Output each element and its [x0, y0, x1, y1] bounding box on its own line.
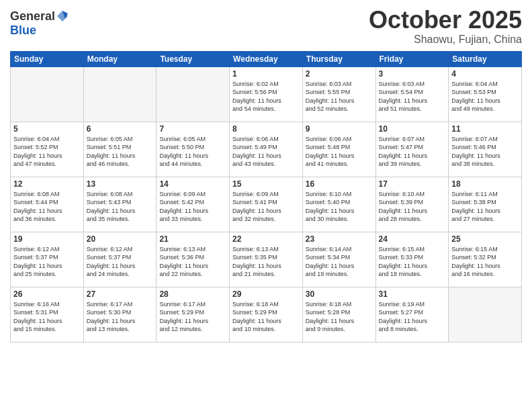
calendar-cell: 7Sunrise: 6:05 AM Sunset: 5:50 PM Daylig… — [157, 122, 230, 177]
weekday-header-saturday: Saturday — [449, 51, 522, 66]
calendar-cell: 9Sunrise: 6:06 AM Sunset: 5:48 PM Daylig… — [302, 122, 375, 177]
day-info: Sunrise: 6:12 AM Sunset: 5:37 PM Dayligh… — [13, 245, 81, 279]
day-info: Sunrise: 6:04 AM Sunset: 5:52 PM Dayligh… — [13, 135, 81, 169]
day-info: Sunrise: 6:06 AM Sunset: 5:49 PM Dayligh… — [232, 135, 300, 169]
calendar-cell: 28Sunrise: 6:17 AM Sunset: 5:29 PM Dayli… — [157, 287, 230, 342]
calendar-cell: 31Sunrise: 6:19 AM Sunset: 5:27 PM Dayli… — [375, 287, 449, 342]
calendar-cell: 14Sunrise: 6:09 AM Sunset: 5:42 PM Dayli… — [157, 177, 230, 232]
day-number: 8 — [232, 124, 300, 134]
calendar-cell: 27Sunrise: 6:17 AM Sunset: 5:30 PM Dayli… — [83, 287, 157, 342]
day-info: Sunrise: 6:15 AM Sunset: 5:32 PM Dayligh… — [451, 245, 519, 279]
month-title: October 2025 — [369, 7, 522, 34]
calendar-cell: 13Sunrise: 6:08 AM Sunset: 5:43 PM Dayli… — [83, 177, 157, 232]
day-number: 25 — [451, 234, 519, 244]
calendar-cell — [449, 287, 522, 342]
day-number: 24 — [379, 234, 446, 244]
calendar-cell: 16Sunrise: 6:10 AM Sunset: 5:40 PM Dayli… — [302, 177, 375, 232]
day-number: 14 — [159, 179, 226, 189]
calendar-cell: 24Sunrise: 6:15 AM Sunset: 5:33 PM Dayli… — [375, 232, 449, 287]
day-number: 23 — [306, 234, 373, 244]
calendar-cell — [157, 66, 230, 122]
day-info: Sunrise: 6:10 AM Sunset: 5:39 PM Dayligh… — [379, 190, 446, 224]
calendar-cell: 15Sunrise: 6:09 AM Sunset: 5:41 PM Dayli… — [230, 177, 303, 232]
day-number: 13 — [87, 179, 154, 189]
header: General Blue October 2025 Shaowu, Fujian… — [10, 7, 522, 46]
day-number: 19 — [13, 234, 81, 244]
calendar-week-4: 26Sunrise: 6:16 AM Sunset: 5:31 PM Dayli… — [11, 287, 522, 342]
calendar-cell: 25Sunrise: 6:15 AM Sunset: 5:32 PM Dayli… — [449, 232, 522, 287]
day-info: Sunrise: 6:17 AM Sunset: 5:29 PM Dayligh… — [159, 300, 226, 334]
day-number: 5 — [13, 124, 81, 134]
day-info: Sunrise: 6:10 AM Sunset: 5:40 PM Dayligh… — [306, 190, 373, 224]
day-number: 27 — [87, 289, 154, 299]
day-info: Sunrise: 6:08 AM Sunset: 5:43 PM Dayligh… — [87, 190, 154, 224]
day-number: 11 — [451, 124, 519, 134]
calendar-week-1: 5Sunrise: 6:04 AM Sunset: 5:52 PM Daylig… — [11, 122, 522, 177]
day-number: 30 — [306, 289, 373, 299]
day-number: 21 — [159, 234, 226, 244]
day-info: Sunrise: 6:13 AM Sunset: 5:36 PM Dayligh… — [159, 245, 226, 279]
calendar-week-3: 19Sunrise: 6:12 AM Sunset: 5:37 PM Dayli… — [11, 232, 522, 287]
calendar-cell: 5Sunrise: 6:04 AM Sunset: 5:52 PM Daylig… — [11, 122, 84, 177]
calendar-cell — [83, 66, 157, 122]
calendar-cell: 18Sunrise: 6:11 AM Sunset: 5:38 PM Dayli… — [449, 177, 522, 232]
calendar-cell: 19Sunrise: 6:12 AM Sunset: 5:37 PM Dayli… — [11, 232, 84, 287]
day-number: 9 — [306, 124, 373, 134]
day-number: 20 — [87, 234, 154, 244]
calendar-cell: 26Sunrise: 6:16 AM Sunset: 5:31 PM Dayli… — [11, 287, 84, 342]
weekday-header-sunday: Sunday — [11, 51, 84, 66]
day-info: Sunrise: 6:09 AM Sunset: 5:41 PM Dayligh… — [232, 190, 300, 224]
calendar-cell: 30Sunrise: 6:18 AM Sunset: 5:28 PM Dayli… — [302, 287, 375, 342]
calendar-cell: 8Sunrise: 6:06 AM Sunset: 5:49 PM Daylig… — [230, 122, 303, 177]
day-info: Sunrise: 6:08 AM Sunset: 5:44 PM Dayligh… — [13, 190, 81, 224]
calendar-cell: 2Sunrise: 6:03 AM Sunset: 5:55 PM Daylig… — [302, 66, 375, 122]
day-number: 10 — [379, 124, 446, 134]
day-info: Sunrise: 6:11 AM Sunset: 5:38 PM Dayligh… — [451, 190, 519, 224]
day-number: 31 — [379, 289, 446, 299]
title-block: October 2025 Shaowu, Fujian, China — [369, 7, 522, 46]
weekday-header-tuesday: Tuesday — [157, 51, 230, 66]
day-number: 6 — [87, 124, 154, 134]
day-info: Sunrise: 6:07 AM Sunset: 5:46 PM Dayligh… — [451, 135, 519, 169]
weekday-header-wednesday: Wednesday — [230, 51, 303, 66]
calendar-week-0: 1Sunrise: 6:02 AM Sunset: 5:56 PM Daylig… — [11, 66, 522, 122]
day-number: 3 — [379, 69, 446, 79]
day-number: 28 — [159, 289, 226, 299]
day-info: Sunrise: 6:19 AM Sunset: 5:27 PM Dayligh… — [379, 300, 446, 334]
day-info: Sunrise: 6:02 AM Sunset: 5:56 PM Dayligh… — [232, 80, 300, 113]
day-number: 29 — [232, 289, 300, 299]
day-number: 16 — [306, 179, 373, 189]
calendar-week-2: 12Sunrise: 6:08 AM Sunset: 5:44 PM Dayli… — [11, 177, 522, 232]
calendar-cell: 23Sunrise: 6:14 AM Sunset: 5:34 PM Dayli… — [302, 232, 375, 287]
calendar-cell: 1Sunrise: 6:02 AM Sunset: 5:56 PM Daylig… — [230, 66, 303, 122]
weekday-header-friday: Friday — [375, 51, 449, 66]
day-info: Sunrise: 6:04 AM Sunset: 5:53 PM Dayligh… — [451, 80, 519, 113]
day-info: Sunrise: 6:18 AM Sunset: 5:29 PM Dayligh… — [232, 300, 300, 334]
calendar-cell: 29Sunrise: 6:18 AM Sunset: 5:29 PM Dayli… — [230, 287, 303, 342]
day-number: 12 — [13, 179, 81, 189]
calendar-cell: 12Sunrise: 6:08 AM Sunset: 5:44 PM Dayli… — [11, 177, 84, 232]
logo-icon — [56, 9, 69, 23]
day-info: Sunrise: 6:17 AM Sunset: 5:30 PM Dayligh… — [87, 300, 154, 334]
calendar-cell: 17Sunrise: 6:10 AM Sunset: 5:39 PM Dayli… — [375, 177, 449, 232]
calendar-cell: 10Sunrise: 6:07 AM Sunset: 5:47 PM Dayli… — [375, 122, 449, 177]
day-info: Sunrise: 6:06 AM Sunset: 5:48 PM Dayligh… — [306, 135, 373, 169]
day-info: Sunrise: 6:13 AM Sunset: 5:35 PM Dayligh… — [232, 245, 300, 279]
day-number: 17 — [379, 179, 446, 189]
day-info: Sunrise: 6:18 AM Sunset: 5:28 PM Dayligh… — [306, 300, 373, 334]
day-info: Sunrise: 6:03 AM Sunset: 5:55 PM Dayligh… — [306, 80, 373, 113]
calendar-cell: 6Sunrise: 6:05 AM Sunset: 5:51 PM Daylig… — [83, 122, 157, 177]
logo-general-text: General — [10, 10, 55, 24]
day-info: Sunrise: 6:07 AM Sunset: 5:47 PM Dayligh… — [379, 135, 446, 169]
calendar-cell: 22Sunrise: 6:13 AM Sunset: 5:35 PM Dayli… — [230, 232, 303, 287]
calendar-cell: 20Sunrise: 6:12 AM Sunset: 5:37 PM Dayli… — [83, 232, 157, 287]
calendar-cell: 4Sunrise: 6:04 AM Sunset: 5:53 PM Daylig… — [449, 66, 522, 122]
weekday-header-row: SundayMondayTuesdayWednesdayThursdayFrid… — [11, 51, 522, 66]
day-info: Sunrise: 6:09 AM Sunset: 5:42 PM Dayligh… — [159, 190, 226, 224]
day-number: 4 — [451, 69, 519, 79]
calendar-table: SundayMondayTuesdayWednesdayThursdayFrid… — [10, 51, 522, 342]
day-number: 1 — [232, 69, 300, 79]
calendar-cell: 21Sunrise: 6:13 AM Sunset: 5:36 PM Dayli… — [157, 232, 230, 287]
weekday-header-thursday: Thursday — [302, 51, 375, 66]
day-number: 15 — [232, 179, 300, 189]
